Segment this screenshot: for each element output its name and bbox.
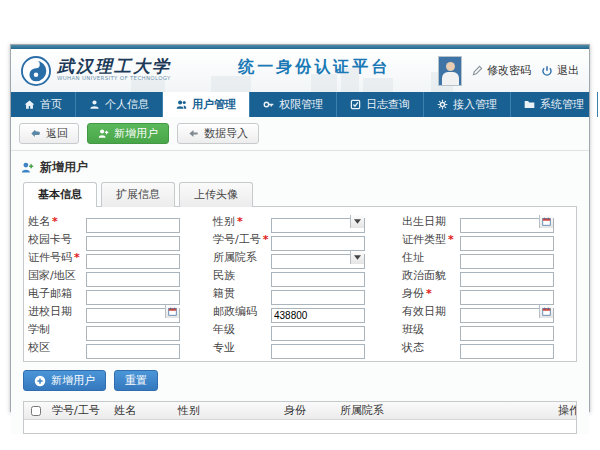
field-label-id-number: 证件号码* — [28, 250, 86, 265]
field-label-class: 班级* — [365, 322, 460, 337]
col-name: 姓名 — [110, 403, 174, 418]
table-body-empty — [24, 420, 576, 433]
university-logo-icon — [21, 56, 51, 86]
identity-input[interactable] — [460, 290, 554, 305]
major-input[interactable] — [271, 344, 365, 359]
user-plus-icon — [21, 161, 34, 174]
status-input[interactable] — [460, 344, 554, 359]
political-status-input[interactable] — [460, 272, 554, 287]
change-password-button[interactable]: 修改密码 — [472, 63, 531, 78]
submit-add-user-button[interactable]: 新增用户 — [23, 370, 106, 391]
brand-block: 武汉理工大学 WUHAN UNIVERSITY OF TECHNOLOGY — [57, 58, 224, 84]
back-button[interactable]: 返回 — [19, 123, 79, 144]
logout-button[interactable]: 退出 — [541, 63, 579, 78]
field-label-political-status: 政治面貌* — [365, 268, 460, 283]
toolbar-add-user-button[interactable]: 新增用户 — [87, 123, 169, 144]
birthdate-calendar-button[interactable] — [539, 215, 553, 228]
import-arrow-icon — [188, 128, 199, 139]
student-id-input[interactable] — [271, 236, 365, 251]
school-system-input[interactable] — [86, 326, 180, 341]
nav-item-logs[interactable]: 日志查询 — [337, 92, 424, 117]
field-label-student-id: 学号/工号* — [180, 232, 271, 247]
nav-item-user-management[interactable]: 用户管理 — [163, 92, 250, 117]
id-number-input[interactable] — [86, 254, 180, 269]
email-input[interactable] — [86, 290, 180, 305]
pencil-icon — [472, 65, 483, 76]
nav-item-profile[interactable]: 个人信息 — [76, 92, 163, 117]
log-icon — [350, 99, 361, 110]
gender-dropdown-button[interactable] — [350, 215, 364, 228]
chevron-down-icon — [354, 219, 361, 224]
header: 武汉理工大学 WUHAN UNIVERSITY OF TECHNOLOGY 统一… — [11, 49, 589, 92]
col-gender: 性别 — [174, 403, 280, 418]
field-label-department: 所属院系* — [180, 250, 271, 265]
nav-item-home[interactable]: 首页 — [11, 92, 76, 117]
user-avatar — [438, 56, 462, 86]
field-label-name: 姓名* — [28, 214, 86, 229]
key-icon — [263, 99, 274, 110]
back-arrow-icon — [30, 128, 41, 139]
name-input[interactable] — [86, 218, 180, 233]
postal-code-input[interactable] — [271, 308, 365, 323]
user-table: 学号/工号 姓名 性别 身份 所属院系 操作 — [23, 401, 577, 434]
content-area: 返回 新增用户 数据导入 新增用户 基本信息 扩展信息 上传头像 — [11, 117, 589, 434]
field-label-valid-date: 有效日期* — [365, 304, 460, 319]
calendar-icon — [542, 307, 551, 316]
field-label-id-type: 证件类型* — [365, 232, 460, 247]
native-place-input[interactable] — [271, 290, 365, 305]
data-import-button[interactable]: 数据导入 — [177, 123, 259, 144]
col-identity: 身份 — [280, 403, 336, 418]
nav-item-system[interactable]: 系统管理 — [511, 92, 598, 117]
gear-icon — [437, 99, 448, 110]
reset-button[interactable]: 重置 — [114, 370, 158, 391]
field-label-address: 住址* — [365, 250, 460, 265]
valid-date-calendar-button[interactable] — [539, 305, 553, 318]
country-input[interactable] — [86, 272, 180, 287]
campus-input[interactable] — [86, 344, 180, 359]
select-all-checkbox[interactable] — [31, 406, 41, 416]
field-label-email: 电子邮箱* — [28, 286, 86, 301]
address-input[interactable] — [460, 254, 554, 269]
add-user-icon — [98, 128, 109, 139]
field-label-major: 专业* — [180, 340, 271, 355]
form-tabs: 基本信息 扩展信息 上传头像 — [11, 182, 589, 207]
tab-basic-info[interactable]: 基本信息 — [23, 182, 97, 207]
grade-input[interactable] — [271, 326, 365, 341]
plus-circle-icon — [34, 375, 46, 387]
field-label-identity: 身份* — [365, 286, 460, 301]
toolbar: 返回 新增用户 数据导入 — [11, 117, 589, 151]
col-department: 所属院系 — [336, 403, 554, 418]
home-icon — [24, 99, 35, 110]
tab-upload-avatar[interactable]: 上传头像 — [179, 182, 253, 207]
calendar-icon — [542, 217, 551, 226]
folder-icon — [524, 99, 535, 110]
entry-date-calendar-button[interactable] — [165, 305, 179, 318]
table-header-row: 学号/工号 姓名 性别 身份 所属院系 操作 — [24, 402, 576, 420]
field-label-gender: 性别* — [180, 214, 271, 229]
field-label-ethnicity: 民族* — [180, 268, 271, 283]
field-label-grade: 年级* — [180, 322, 271, 337]
ethnicity-input[interactable] — [271, 272, 365, 287]
user-icon — [89, 99, 100, 110]
field-label-postal-code: 邮政编码* — [180, 304, 271, 319]
select-all-cell — [24, 406, 48, 416]
header-actions: 修改密码 退出 — [438, 56, 579, 86]
class-input[interactable] — [460, 326, 554, 341]
form-grid: 姓名* 性别* 出生日期* 校园卡号* 学号/工号* 证件类型* 证件号码* — [28, 212, 572, 356]
app-window: 武汉理工大学 WUHAN UNIVERSITY OF TECHNOLOGY 统一… — [10, 44, 590, 412]
department-dropdown-button[interactable] — [350, 251, 364, 264]
section-title: 新增用户 — [11, 151, 589, 182]
campus-card-input[interactable] — [86, 236, 180, 251]
tab-extended-info[interactable]: 扩展信息 — [101, 182, 175, 207]
users-icon — [176, 99, 187, 110]
col-operations: 操作 — [554, 403, 576, 418]
field-label-native-place: 籍贯* — [180, 286, 271, 301]
id-type-input[interactable] — [460, 236, 554, 251]
form-buttons: 新增用户 重置 — [11, 362, 589, 399]
nav-item-permissions[interactable]: 权限管理 — [250, 92, 337, 117]
page: 武汉理工大学 WUHAN UNIVERSITY OF TECHNOLOGY 统一… — [0, 0, 600, 450]
field-label-campus: 校区* — [28, 340, 86, 355]
nav-item-access[interactable]: 接入管理 — [424, 92, 511, 117]
col-student-id: 学号/工号 — [48, 403, 110, 418]
field-label-school-system: 学制* — [28, 322, 86, 337]
